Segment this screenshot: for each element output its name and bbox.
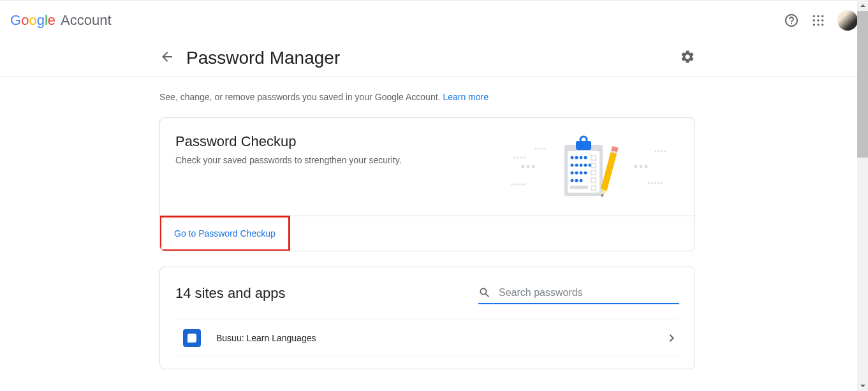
svg-point-57 (571, 179, 574, 182)
svg-point-52 (571, 172, 574, 175)
svg-point-16 (545, 148, 547, 150)
sites-card: 14 sites and apps Busuu: Learn Languages (159, 267, 695, 369)
settings-icon[interactable] (680, 49, 695, 67)
svg-point-12 (524, 157, 526, 159)
svg-point-26 (640, 165, 643, 168)
svg-point-23 (521, 184, 523, 186)
svg-point-24 (524, 184, 526, 186)
svg-point-1 (817, 15, 819, 17)
intro-text: See, change, or remove passwords you sav… (159, 92, 695, 102)
svg-point-17 (522, 165, 525, 168)
svg-point-6 (813, 24, 815, 26)
svg-point-13 (535, 148, 537, 150)
svg-point-31 (665, 151, 666, 152)
scroll-down-button[interactable] (857, 380, 868, 391)
svg-point-18 (527, 165, 530, 168)
svg-point-41 (571, 156, 574, 159)
site-row[interactable]: Busuu: Learn Languages (175, 320, 679, 356)
sites-count-title: 14 sites and apps (175, 285, 285, 302)
go-to-checkup-link[interactable]: Go to Password Checkup (174, 228, 276, 239)
svg-point-30 (661, 151, 663, 152)
svg-point-9 (514, 157, 516, 159)
google-logo: Google (10, 12, 55, 29)
main-content: See, change, or remove passwords you sav… (159, 77, 695, 369)
avatar[interactable] (837, 10, 858, 31)
svg-point-36 (661, 182, 663, 184)
svg-point-35 (658, 182, 659, 184)
app-header: Google Account (0, 1, 868, 40)
svg-point-8 (821, 24, 823, 26)
svg-point-42 (575, 156, 578, 159)
svg-point-25 (635, 165, 638, 168)
svg-point-2 (821, 15, 823, 17)
svg-point-5 (821, 19, 823, 21)
svg-point-10 (517, 157, 519, 159)
scroll-up-button[interactable] (857, 0, 868, 11)
svg-point-3 (813, 19, 815, 21)
svg-point-15 (541, 148, 543, 150)
checkup-illustration (501, 133, 679, 200)
header-brand: Google Account (10, 12, 112, 29)
password-checkup-card: Password Checkup Check your saved passwo… (159, 117, 695, 251)
svg-point-55 (584, 172, 587, 175)
scroll-thumb[interactable] (857, 11, 868, 158)
svg-point-21 (515, 184, 517, 186)
svg-point-27 (645, 165, 648, 168)
learn-more-link[interactable]: Learn more (443, 92, 489, 102)
svg-point-54 (580, 172, 583, 175)
svg-point-29 (658, 151, 660, 152)
svg-point-40 (580, 136, 587, 143)
page-title: Password Manager (186, 48, 340, 68)
help-icon[interactable] (784, 13, 799, 28)
svg-rect-61 (570, 186, 588, 189)
scrollbar[interactable] (857, 0, 868, 391)
search-input[interactable] (499, 287, 679, 299)
svg-point-49 (584, 164, 587, 167)
svg-point-32 (648, 182, 650, 184)
apps-grid-icon[interactable] (811, 13, 826, 28)
svg-point-59 (580, 179, 583, 182)
svg-point-53 (575, 172, 578, 175)
svg-rect-63 (601, 151, 617, 191)
svg-point-48 (580, 164, 583, 167)
account-label: Account (61, 12, 112, 29)
svg-point-47 (575, 164, 578, 167)
checkup-subtitle: Check your saved passwords to strengthen… (175, 155, 402, 165)
svg-point-11 (520, 157, 522, 159)
svg-point-28 (655, 151, 657, 152)
svg-point-44 (584, 156, 587, 159)
checkup-title: Password Checkup (175, 133, 402, 150)
page-header: Password Manager (159, 40, 695, 76)
back-icon[interactable] (159, 49, 175, 67)
highlighted-region: Go to Password Checkup (159, 216, 290, 251)
search-field[interactable] (478, 283, 679, 304)
svg-point-34 (654, 182, 656, 184)
svg-point-58 (575, 179, 578, 182)
svg-point-20 (511, 184, 513, 186)
svg-point-33 (651, 182, 653, 184)
svg-point-46 (571, 164, 574, 167)
svg-point-43 (580, 156, 583, 159)
chevron-right-icon (664, 330, 679, 346)
svg-point-19 (532, 165, 535, 168)
header-actions (784, 10, 858, 31)
search-icon (478, 286, 491, 299)
site-name: Busuu: Learn Languages (216, 333, 316, 343)
svg-point-4 (817, 19, 819, 21)
svg-point-0 (813, 15, 815, 17)
svg-point-22 (518, 184, 520, 186)
site-icon (183, 329, 201, 347)
svg-point-14 (538, 148, 540, 150)
svg-point-7 (817, 24, 819, 26)
